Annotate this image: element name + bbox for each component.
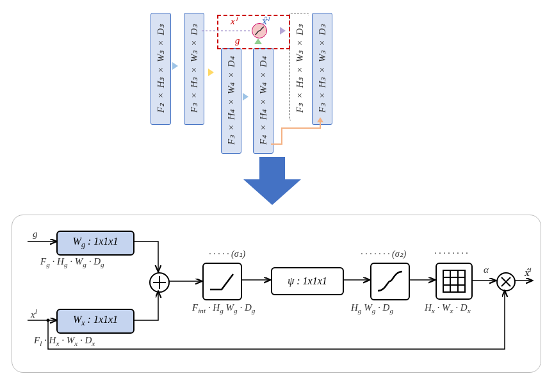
svg-rect-5 bbox=[443, 270, 465, 292]
psi-text: ψ : 1x1x1 bbox=[288, 275, 327, 287]
wg-box: Wg : 1x1x1 bbox=[56, 231, 134, 256]
g-input-label: g bbox=[33, 229, 38, 240]
tri-blue-2 bbox=[243, 93, 248, 101]
block-label: F₃ × H₄ × W₄ × D₄ bbox=[225, 57, 237, 145]
block-f3h3w3d3-b: F₃ × H₃ × W₃ × D₃ bbox=[312, 13, 332, 125]
tri-purple bbox=[280, 27, 286, 35]
block-f2h3w3d3: F₂ × H₃ × W₃ × D₃ bbox=[151, 13, 171, 125]
resample-box bbox=[436, 263, 473, 300]
wx-text: Wx : 1x1x1 bbox=[73, 314, 118, 328]
bottom-diagram: g xl Wg : 1x1x1 Fg · Hg · Wg · Dg Wx : 1… bbox=[12, 215, 540, 372]
svg-point-20 bbox=[47, 319, 50, 322]
alpha-label: α bbox=[484, 265, 489, 275]
block-f3h4w4d4: F₃ × H₄ × W₄ × D₄ bbox=[221, 48, 241, 154]
xhat-out-label: x̂l bbox=[524, 266, 532, 279]
block-label: F₃ × H₃ × W₃ × D₃ bbox=[316, 25, 328, 113]
dims-hg: Hg Wg · Dg bbox=[351, 302, 393, 314]
block-f4h4w4d4: F₄ × H₄ × W₄ × D₄ bbox=[253, 48, 273, 154]
block-label: F₂ × H₃ × W₃ × D₃ bbox=[155, 25, 167, 113]
dims-int: Fint · Hg Wg · Dg bbox=[192, 302, 255, 314]
svg-line-10 bbox=[501, 277, 510, 286]
sigma2-label: · · · · · · · (σ₂) bbox=[361, 249, 406, 259]
resample-dots: · · · · · · · · bbox=[434, 249, 468, 259]
relu-box bbox=[202, 263, 242, 300]
tri-blue-1 bbox=[172, 62, 178, 70]
wx-box: Wx : 1x1x1 bbox=[56, 309, 134, 334]
sigma1-label: · · · · · (σ₁) bbox=[209, 249, 245, 259]
top-diagram: F₂ × H₃ × W₃ × D₃ F₃ × H₃ × W₃ × D₃ F₃ ×… bbox=[144, 10, 368, 147]
svg-line-11 bbox=[501, 277, 510, 286]
sigmoid-box bbox=[370, 263, 410, 300]
dims-hx: Hx · Wx · Dx bbox=[425, 302, 471, 314]
tri-yellow bbox=[208, 69, 214, 76]
xl-label: xˡ bbox=[231, 15, 236, 27]
svg-marker-2 bbox=[243, 157, 301, 205]
g-label: g bbox=[235, 35, 240, 46]
psi-box: ψ : 1x1x1 bbox=[271, 267, 344, 295]
add-icon bbox=[149, 272, 170, 293]
block-label: F₄ × H₄ × W₄ × D₄ bbox=[257, 57, 269, 145]
xl-input-label: xl bbox=[31, 307, 37, 320]
wg-text: Wg : 1x1x1 bbox=[73, 236, 118, 250]
dims-x: Fl · Hx · Wx · Dx bbox=[34, 335, 95, 347]
gate-sigmoid-icon bbox=[252, 23, 267, 38]
block-f3h3w3d3-out: F₃ × H₃ × W₃ × D₃ bbox=[291, 14, 309, 123]
relu-icon bbox=[204, 264, 241, 299]
block-label: F₃ × H₃ × W₃ × D₃ bbox=[294, 24, 306, 113]
grid-icon bbox=[437, 264, 471, 298]
block-f3h3w3d3-a: F₃ × H₃ × W₃ × D₃ bbox=[184, 13, 204, 125]
dims-g: Fg · Hg · Wg · Dg bbox=[40, 256, 104, 268]
tri-green-up bbox=[254, 38, 262, 44]
multiply-icon bbox=[496, 272, 516, 291]
block-label: F₃ × H₃ × W₃ × D₃ bbox=[188, 25, 200, 113]
sigmoid-icon bbox=[371, 264, 409, 299]
